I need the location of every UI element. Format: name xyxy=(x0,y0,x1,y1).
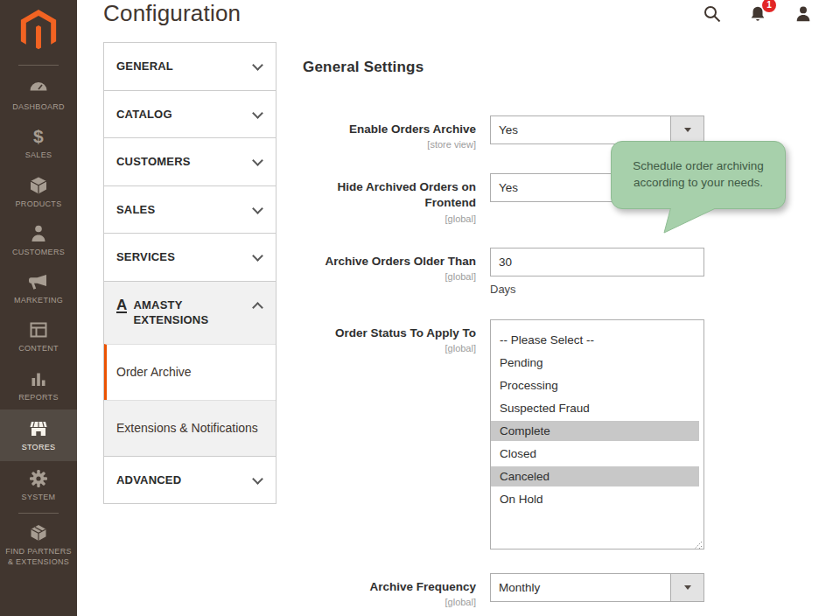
sidebar-divider xyxy=(18,65,59,66)
sidebar-item-label: SALES xyxy=(2,150,75,160)
sidebar-item-customers[interactable]: CUSTOMERS xyxy=(0,216,77,264)
config-section-services[interactable]: SERVICES xyxy=(104,233,276,281)
field-note-days: Days xyxy=(490,283,704,296)
sidebar-item-products[interactable]: PRODUCTS xyxy=(0,168,77,216)
option-processing[interactable]: Processing xyxy=(491,375,699,396)
user-icon xyxy=(794,4,813,24)
field-scope: [store view] xyxy=(303,139,476,150)
sidebar-item-label: FIND PARTNERS & EXTENSIONS xyxy=(2,547,75,567)
svg-text:$: $ xyxy=(33,126,44,146)
box-icon xyxy=(27,175,50,196)
chevron-down-icon xyxy=(252,250,263,262)
config-section-customers[interactable]: CUSTOMERS xyxy=(104,137,276,186)
field-label-wrap: Archive Frequency [global] xyxy=(303,573,476,607)
field-control: Monthly xyxy=(490,573,704,607)
content-area: GENERAL CATALOG CUSTOMERS SALES SERVICES xyxy=(77,27,840,616)
field-control: -- Please Select -- Pending Processing S… xyxy=(490,319,704,550)
sidebar-item-label: CONTENT xyxy=(2,344,75,354)
sidebar-item-dashboard[interactable]: DASHBOARD xyxy=(0,71,77,119)
archive-orders-older-than-input[interactable] xyxy=(490,248,704,276)
dollar-icon: $ xyxy=(27,126,50,147)
field-label: Archive Orders Older Than xyxy=(303,254,476,270)
select-value: Monthly xyxy=(499,581,540,594)
select-dropdown-button[interactable] xyxy=(670,574,704,601)
page-header: Configuration 1 xyxy=(77,0,840,27)
field-label-wrap: Order Status To Apply To [global] xyxy=(303,319,476,550)
option-pending[interactable]: Pending xyxy=(491,353,699,373)
section-label: ADVANCED xyxy=(116,472,181,488)
search-button[interactable] xyxy=(702,4,723,24)
option-please-select[interactable]: -- Please Select -- xyxy=(491,330,699,350)
option-complete[interactable]: Complete xyxy=(491,421,699,441)
field-label-wrap: Enable Orders Archive [store view] xyxy=(303,116,476,150)
config-section-sales[interactable]: SALES xyxy=(104,186,276,234)
chevron-up-icon xyxy=(252,302,263,313)
gauge-icon xyxy=(27,78,50,99)
notifications-badge: 1 xyxy=(762,0,776,12)
option-on-hold[interactable]: On Hold xyxy=(491,489,699,509)
field-scope: [global] xyxy=(303,214,476,224)
resize-handle[interactable] xyxy=(693,538,703,548)
section-label: SERVICES xyxy=(116,249,175,265)
admin-sidebar: DASHBOARD $ SALES PRODUCTS CUSTOMERS MAR… xyxy=(0,0,77,616)
sidebar-item-marketing[interactable]: MARKETING xyxy=(0,264,77,312)
sidebar-item-stores[interactable]: STORES xyxy=(0,410,77,461)
sidebar-item-label: STORES xyxy=(2,443,75,452)
field-scope: [global] xyxy=(303,597,476,607)
sidebar-item-label: DASHBOARD xyxy=(2,102,75,112)
subitem-label: Extensions & Notifications xyxy=(116,421,258,435)
chevron-down-icon xyxy=(252,203,263,214)
chevron-down-icon xyxy=(252,60,263,71)
option-canceled[interactable]: Canceled xyxy=(491,466,699,486)
section-label: CATALOG xyxy=(116,107,172,122)
field-scope: [global] xyxy=(303,343,476,354)
config-section-nav: GENERAL CATALOG CUSTOMERS SALES SERVICES xyxy=(103,42,276,504)
section-label-text: AMASTY EXTENSIONS xyxy=(133,298,254,328)
settings-panel: General Settings Enable Orders Archive [… xyxy=(303,27,814,616)
field-scope: [global] xyxy=(303,271,476,282)
option-closed[interactable]: Closed xyxy=(491,444,699,464)
select-dropdown-button[interactable] xyxy=(670,116,704,144)
config-subitem-order-archive[interactable]: Order Archive xyxy=(104,344,276,400)
settings-section-title: General Settings xyxy=(303,59,814,76)
sidebar-item-content[interactable]: CONTENT xyxy=(0,312,77,360)
sidebar-item-label: SYSTEM xyxy=(2,493,75,502)
config-section-advanced[interactable]: ADVANCED xyxy=(104,456,276,504)
sidebar-item-label: CUSTOMERS xyxy=(2,248,75,257)
section-label: AAMASTY EXTENSIONS xyxy=(116,298,254,328)
section-label: GENERAL xyxy=(116,59,173,74)
order-status-multiselect[interactable]: -- Please Select -- Pending Processing S… xyxy=(490,319,704,550)
select-value: Yes xyxy=(499,123,518,136)
field-label: Enable Orders Archive xyxy=(303,122,476,137)
config-section-general[interactable]: GENERAL xyxy=(104,43,276,90)
field-label-wrap: Hide Archived Orders on Frontend [global… xyxy=(303,173,476,223)
subitem-label: Order Archive xyxy=(116,365,192,379)
config-section-amasty-extensions[interactable]: AAMASTY EXTENSIONS xyxy=(104,281,276,344)
config-subitem-extensions-notifications[interactable]: Extensions & Notifications xyxy=(104,400,276,456)
field-row-archive-frequency: Archive Frequency [global] Monthly xyxy=(303,573,814,607)
magento-logo-icon xyxy=(18,9,59,52)
sidebar-item-label: REPORTS xyxy=(2,393,75,402)
sidebar-item-sales[interactable]: $ SALES xyxy=(0,119,77,167)
caret-down-icon xyxy=(684,128,691,132)
resize-grip-icon xyxy=(693,541,703,550)
sidebar-item-system[interactable]: SYSTEM xyxy=(0,461,77,509)
magento-admin-app: DASHBOARD $ SALES PRODUCTS CUSTOMERS MAR… xyxy=(0,0,840,616)
config-section-catalog[interactable]: CATALOG xyxy=(104,90,276,138)
option-suspected-fraud[interactable]: Suspected Fraud xyxy=(491,398,699,418)
account-button[interactable] xyxy=(793,4,814,24)
section-label: CUSTOMERS xyxy=(116,154,191,170)
field-label: Hide Archived Orders on Frontend xyxy=(303,179,476,211)
field-label: Archive Frequency xyxy=(303,579,476,595)
field-label: Order Status To Apply To xyxy=(303,326,476,341)
chevron-down-icon xyxy=(252,155,263,166)
notifications-button[interactable]: 1 xyxy=(747,4,768,24)
sidebar-item-reports[interactable]: REPORTS xyxy=(0,361,77,410)
magento-logo[interactable] xyxy=(18,0,59,63)
caret-down-icon xyxy=(684,585,691,590)
field-label-wrap: Archive Orders Older Than [global] xyxy=(303,248,476,296)
section-label: SALES xyxy=(116,202,155,218)
header-actions: 1 xyxy=(702,4,814,24)
sidebar-item-find-partners[interactable]: FIND PARTNERS & EXTENSIONS xyxy=(0,515,77,574)
archive-frequency-select[interactable]: Monthly xyxy=(490,573,704,602)
